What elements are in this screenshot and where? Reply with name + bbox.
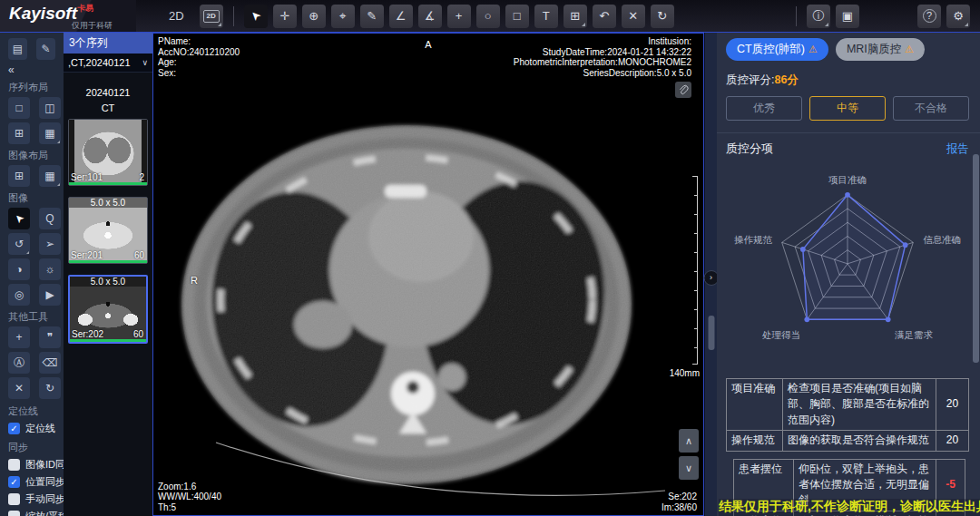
tool-icon: ? (923, 9, 936, 23)
series-list-button[interactable]: ▤ (8, 38, 27, 60)
eraser-tool[interactable]: ⌫ (39, 352, 61, 374)
ellipse-roi-tool[interactable]: ○ (476, 5, 500, 28)
report-link[interactable]: 报告 (946, 141, 969, 157)
undo-tool[interactable]: ↶ (593, 5, 616, 28)
rail-grid: ➤Q↺➢◑☼◎▶ (8, 208, 55, 306)
checkbox-row[interactable]: 手动同步 (8, 492, 55, 506)
reset-view-tool[interactable]: ↻ (651, 5, 674, 28)
series-layout-1x2[interactable]: ◫ (39, 97, 61, 119)
paperclip-attach-button[interactable] (675, 82, 691, 98)
save-button[interactable]: ▣ (836, 5, 859, 28)
cursor-tool[interactable]: ➤ (8, 208, 30, 229)
qc-tab[interactable]: MRI脑质控 ⚠ (836, 38, 925, 61)
checkbox[interactable] (8, 511, 20, 516)
orientation-marker-anterior: A (425, 40, 431, 51)
viewport[interactable]: PName:AccNO:2401210200Age:Sex: A R Insti… (152, 33, 704, 516)
reset-tool[interactable]: ↻ (39, 377, 61, 399)
tool-icon: ✛ (279, 9, 289, 23)
info-button[interactable]: ⓘ (807, 5, 830, 28)
measure-line-tool[interactable]: ✎ (360, 5, 384, 28)
checkbox[interactable] (8, 459, 20, 471)
brightness-tool[interactable]: ☼ (39, 258, 61, 280)
scroll-prev-image-button[interactable]: ∧ (679, 429, 699, 453)
series-thumbnail[interactable]: 5.0 x 5.0 Ser:202 60 (68, 275, 148, 344)
overlay-line: Sex: (158, 68, 240, 79)
series-layout-2x2[interactable]: ⊞ (8, 122, 30, 144)
rect-roi-tool[interactable]: □ (505, 5, 529, 28)
delete-annotation-tool[interactable]: ✕ (622, 5, 645, 28)
zoom-tool[interactable]: ⊕ (302, 5, 326, 28)
qc-item-desc: 图像的获取是否符合操作规范 (783, 431, 936, 451)
series-thumbnail[interactable]: Ser:101 2 (68, 119, 148, 186)
qc-score-row: 质控评分:86分 (726, 73, 969, 88)
cobb-angle-tool[interactable]: ∡ (418, 5, 442, 28)
rail-icon: ⊞ (15, 127, 24, 140)
text-annotate-tool[interactable]: T (534, 5, 558, 28)
checkbox[interactable] (8, 476, 20, 488)
series-layout-1x1[interactable]: □ (8, 97, 30, 119)
collapse-rail-button[interactable]: « (8, 63, 15, 76)
qc-panel-scrollbar-thumb[interactable] (973, 154, 979, 363)
rail-section: 图像 ➤Q↺➢◑☼◎▶ (8, 191, 55, 306)
checkbox-row[interactable]: 缩放/平移 (8, 509, 55, 516)
checkbox-row[interactable]: 图像ID同步 (8, 457, 55, 472)
overlay-line: Age: (158, 57, 240, 68)
pan-tool[interactable]: ✛ (273, 5, 297, 28)
toolbar-divider (233, 6, 234, 26)
invert-tool[interactable]: ◑ (8, 258, 30, 280)
rotate-tool[interactable]: ↺ (8, 233, 30, 255)
top-toolbar: Kayisoft卡易 仅用于科研 2D 2D ➤ ✛ ⊕ (0, 0, 980, 33)
checkbox-row[interactable]: 位置同步 (8, 474, 55, 489)
image-layout-2x2[interactable]: ⊞ (8, 165, 30, 187)
viewport-layout-tool[interactable]: ⊞ (564, 5, 587, 28)
checkbox[interactable] (8, 493, 20, 505)
series-image-counter-overlay: Se:202Im:38/60 (662, 492, 697, 513)
tool-icon: ○ (485, 9, 492, 23)
thumbnail-image-count: 2 (139, 172, 144, 182)
qc-item-score: 20 (936, 431, 969, 451)
report-edit-button[interactable]: ✎ (36, 38, 55, 60)
checkbox-label: 手动同步 (25, 492, 64, 506)
qc-tab[interactable]: CT质控(肺部) ⚠ (726, 38, 828, 61)
rail-icon: ◑ (15, 263, 22, 276)
panel-divider-strip: › (704, 33, 717, 516)
layout-2d-button[interactable]: 2D (200, 5, 223, 28)
settings-button[interactable]: ⚙ (946, 5, 970, 28)
help-button[interactable]: ? (917, 5, 941, 28)
grade-button[interactable]: 中等 (809, 96, 886, 121)
crosshair-tool[interactable]: + (8, 326, 30, 348)
annotation-bubble-tool[interactable]: ❞ (39, 326, 61, 348)
checkbox[interactable] (8, 423, 20, 434)
cine-tool[interactable]: ➢ (39, 233, 61, 255)
play-tool[interactable]: ▶ (39, 284, 61, 306)
window-level-tool[interactable]: ⌖ (331, 5, 355, 28)
scroll-next-image-button[interactable]: ∨ (679, 456, 699, 480)
study-dropdown[interactable]: ,CT,20240121 ∨ (64, 54, 152, 73)
probe-tool[interactable]: + (447, 5, 471, 28)
checkbox-label: 缩放/平移 (25, 510, 64, 516)
series-layout-grid[interactable]: ▦ (39, 122, 61, 144)
study-info-overlay: Institusion:StudyDateTime:2024-01-21 14:… (514, 36, 691, 98)
divider-scrollbar-thumb[interactable] (708, 316, 714, 350)
rail-grid: □◫⊞▦ (8, 97, 55, 144)
series-count-header: 3个序列 (64, 33, 152, 54)
thumbnail-loaded-bar (70, 339, 146, 342)
logo-text: Kayisoft卡易 (9, 5, 129, 22)
magnifier-a-tool[interactable]: Ⓐ (8, 352, 30, 374)
grade-button[interactable]: 不合格 (893, 96, 969, 121)
cursor-tool[interactable]: ➤ (244, 5, 268, 28)
close-tool[interactable]: ✕ (8, 377, 30, 399)
tool-icon: ⊕ (309, 9, 318, 23)
image-layout-grid[interactable]: ▦ (39, 165, 61, 187)
grade-button[interactable]: 优秀 (726, 96, 802, 121)
checkbox-row[interactable]: 定位线 (8, 421, 55, 435)
thumbnail-series-desc: 5.0 x 5.0 (69, 198, 147, 208)
checkbox-group: 定位线 定位线 (8, 404, 55, 435)
study-label: 20240121 CT (64, 85, 152, 115)
series-thumbnail[interactable]: 5.0 x 5.0 Ser:201 60 (68, 197, 148, 264)
magnify-tool[interactable]: Q (39, 208, 61, 229)
overlay-line: AccNO:2401210200 (158, 47, 240, 58)
qc-table-row: 项目准确 检查项目是否准确(项目如脑部、胸部、腹部是否在标准的范围内容) 20 (727, 379, 969, 431)
angle-tool[interactable]: ∠ (389, 5, 413, 28)
localizer-tool[interactable]: ◎ (8, 284, 30, 306)
